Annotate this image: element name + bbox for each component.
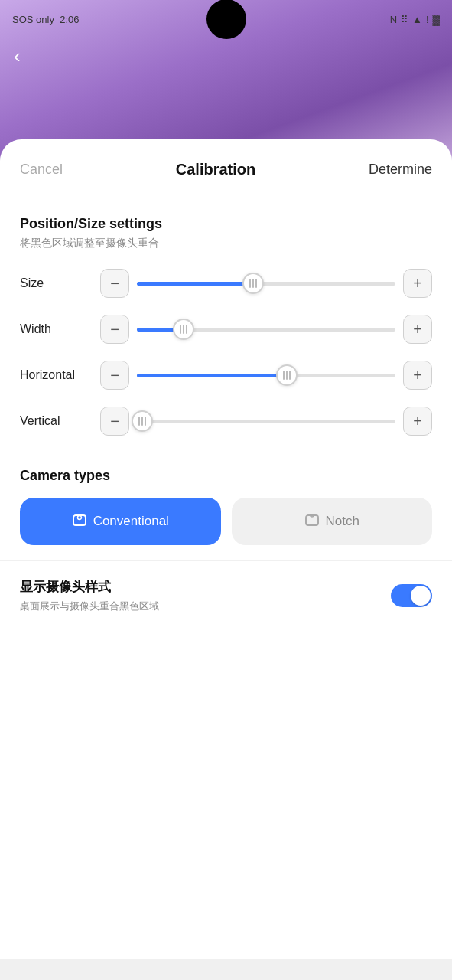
camera-types-row: Conventional Notch bbox=[20, 498, 432, 545]
width-slider-row: Width − + bbox=[20, 315, 432, 344]
toggle-row: 显示摄像头样式 桌面展示与摄像头重合黑色区域 bbox=[20, 578, 432, 613]
thumb-line-w2 bbox=[183, 325, 184, 334]
thumb-line-h2 bbox=[286, 371, 288, 380]
toggle-text-block: 显示摄像头样式 桌面展示与摄像头重合黑色区域 bbox=[20, 578, 379, 613]
determine-button[interactable]: Determine bbox=[369, 162, 432, 178]
position-section: Position/Size settings 将黑色区域调整至摄像头重合 Siz… bbox=[0, 194, 452, 460]
toggle-knob bbox=[411, 586, 431, 606]
width-slider-track[interactable] bbox=[137, 315, 395, 344]
camera-style-toggle[interactable] bbox=[391, 584, 432, 607]
main-card: Cancel Calibration Determine Position/Si… bbox=[0, 139, 452, 959]
position-section-subtitle: 将黑色区域调整至摄像头重合 bbox=[20, 237, 432, 250]
vertical-plus-button[interactable]: + bbox=[403, 407, 432, 436]
notch-label: Notch bbox=[326, 514, 359, 529]
conventional-label: Conventional bbox=[93, 514, 169, 529]
card-header: Cancel Calibration Determine bbox=[0, 139, 452, 194]
cancel-button[interactable]: Cancel bbox=[20, 162, 63, 178]
notch-button[interactable]: Notch bbox=[232, 498, 433, 545]
vertical-minus-button[interactable]: − bbox=[100, 407, 129, 436]
size-slider-track[interactable] bbox=[137, 269, 395, 298]
thumb-lines bbox=[249, 279, 257, 288]
horizontal-thumb[interactable] bbox=[276, 364, 298, 386]
toggle-subtitle: 桌面展示与摄像头重合黑色区域 bbox=[20, 599, 379, 613]
width-thumb[interactable] bbox=[173, 318, 194, 340]
svg-rect-0 bbox=[73, 515, 86, 525]
vertical-track-bg bbox=[137, 420, 395, 423]
thumb-line-w3 bbox=[186, 325, 187, 334]
wifi-icon: ▲ bbox=[412, 14, 422, 25]
position-section-title: Position/Size settings bbox=[20, 216, 432, 232]
horizontal-track-bg bbox=[137, 374, 395, 377]
camera-notch bbox=[206, 0, 246, 39]
conventional-icon bbox=[72, 512, 87, 531]
thumb-lines-v bbox=[138, 416, 146, 426]
size-label: Size bbox=[20, 276, 100, 290]
horizontal-track-fill bbox=[137, 374, 287, 377]
thumb-lines-w bbox=[180, 325, 187, 334]
camera-section-title: Camera types bbox=[20, 468, 432, 484]
width-label: Width bbox=[20, 322, 100, 336]
toggle-title: 显示摄像头样式 bbox=[20, 578, 379, 596]
width-track-bg bbox=[137, 328, 395, 332]
back-button[interactable]: ‹ bbox=[14, 44, 21, 68]
thumb-line-v3 bbox=[145, 416, 146, 426]
thumb-line-3 bbox=[255, 279, 257, 288]
conventional-button[interactable]: Conventional bbox=[20, 498, 221, 545]
page-title: Calibration bbox=[176, 161, 255, 178]
svg-point-1 bbox=[77, 515, 81, 519]
thumb-line-w1 bbox=[180, 325, 181, 334]
size-slider-row: Size − + bbox=[20, 269, 432, 298]
size-track-fill bbox=[137, 282, 253, 286]
notch-icon bbox=[304, 512, 320, 531]
size-track-bg bbox=[137, 282, 395, 286]
vertical-thumb[interactable] bbox=[132, 410, 153, 432]
thumb-line-v1 bbox=[138, 416, 140, 426]
vertical-slider-row: Vertical − + bbox=[20, 407, 432, 436]
size-plus-button[interactable]: + bbox=[403, 269, 432, 298]
vibrate-icon: ⠿ bbox=[401, 14, 408, 25]
nfc-icon: N bbox=[390, 14, 397, 25]
toggle-section: 显示摄像头样式 桌面展示与摄像头重合黑色区域 bbox=[0, 560, 452, 629]
horizontal-slider-track[interactable] bbox=[137, 361, 395, 390]
thumb-line-v2 bbox=[141, 416, 143, 426]
thumb-line-2 bbox=[252, 279, 254, 288]
camera-types-section: Camera types Conventional bbox=[0, 460, 452, 560]
horizontal-slider-row: Horizontal − + bbox=[20, 361, 432, 390]
horizontal-plus-button[interactable]: + bbox=[403, 361, 432, 390]
signal-icon: ! bbox=[426, 14, 429, 25]
width-minus-button[interactable]: − bbox=[100, 315, 129, 344]
battery-icon: ▓ bbox=[433, 14, 440, 25]
thumb-line-h1 bbox=[283, 371, 285, 380]
status-text: SOS only 2:06 bbox=[12, 14, 79, 25]
status-icons: N ⠿ ▲ ! ▓ bbox=[390, 14, 440, 25]
size-minus-button[interactable]: − bbox=[100, 269, 129, 298]
size-thumb[interactable] bbox=[242, 273, 264, 294]
horizontal-minus-button[interactable]: − bbox=[100, 361, 129, 390]
horizontal-label: Horizontal bbox=[20, 368, 100, 382]
thumb-line-h3 bbox=[289, 371, 291, 380]
thumb-lines-h bbox=[283, 371, 291, 380]
vertical-slider-track[interactable] bbox=[137, 407, 395, 436]
width-plus-button[interactable]: + bbox=[403, 315, 432, 344]
vertical-label: Vertical bbox=[20, 414, 100, 428]
thumb-line-1 bbox=[249, 279, 251, 288]
status-bar: SOS only 2:06 N ⠿ ▲ ! ▓ bbox=[0, 0, 452, 38]
